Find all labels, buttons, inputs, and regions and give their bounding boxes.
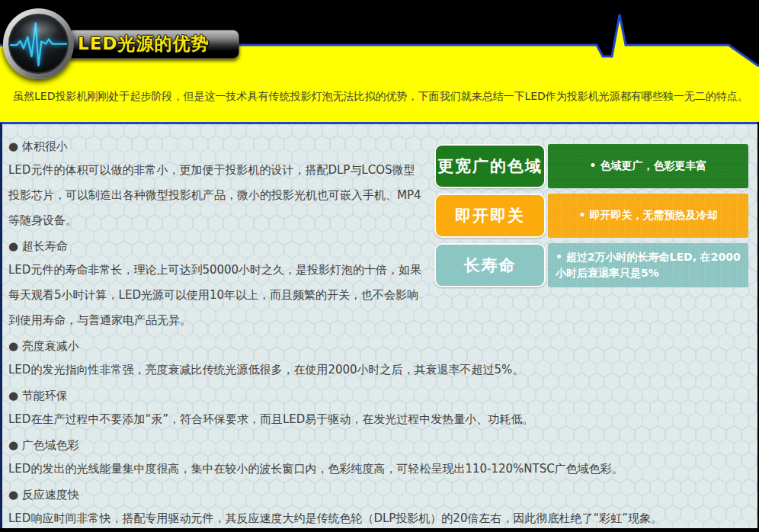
feature-body: LED响应时间非常快，搭配专用驱动元件，其反应速度大约是传统色轮（DLP投影机）… [8, 506, 748, 528]
feature-fast-response: ● 反应速度快 LED响应时间非常快，搭配专用驱动元件，其反应速度大约是传统色轮… [8, 483, 748, 528]
feature-body: LED的发出的光线能量集中度很高，集中在较小的波长窗口内，色彩纯度高，可轻松呈现… [8, 457, 748, 482]
callout-detail: • 色域更广，色彩更丰富 [548, 144, 748, 188]
callout-label: 更宽广的色域 [434, 144, 546, 188]
feature-low-brightness-decay: ● 亮度衰减小 LED的发光指向性非常强，亮度衰减比传统光源低很多，在使用200… [8, 335, 748, 383]
feature-wide-color-gamut: ● 广色域色彩 LED的发出的光线能量集中度很高，集中在较小的波长窗口内，色彩纯… [8, 434, 748, 482]
feature-body: LED在生产过程中不要添加“汞”，符合环保要求，而且LED易于驱动，在发光过程中… [8, 407, 748, 432]
callout-label: 长寿命 [434, 243, 546, 287]
callout-instant-on-off: 即开即关 • 即开即关，无需预热及冷却 [434, 194, 748, 238]
header: 虽然LED投影机刚刚处于起步阶段，但是这一技术具有传统投影灯泡无法比拟的优势，下… [0, 0, 759, 122]
callout-label: 即开即关 [434, 194, 546, 238]
logo-glare [18, 19, 59, 41]
content-area: 更宽广的色域 • 色域更广，色彩更丰富 即开即关 • 即开即关，无需预热及冷却 … [0, 122, 757, 528]
callout-detail: • 超过2万小时的长寿命LED, 在2000小时后衰退率只是5% [548, 243, 748, 287]
callout-detail: • 即开即关，无需预热及冷却 [548, 194, 748, 238]
logo-badge [3, 8, 74, 79]
feature-heading: ● 亮度衰减小 [8, 335, 748, 357]
feature-callouts: 更宽广的色域 • 色域更广，色彩更丰富 即开即关 • 即开即关，无需预热及冷却 … [434, 144, 748, 293]
article-body: 更宽广的色域 • 色域更广，色彩更丰富 即开即关 • 即开即关，无需预热及冷却 … [2, 124, 757, 528]
page-title: LED光源的优势 [68, 30, 239, 56]
feature-heading: ● 广色域色彩 [8, 434, 748, 457]
feature-heading: ● 反应速度快 [8, 483, 748, 506]
title-bar: LED光源的优势 [67, 30, 239, 59]
callout-long-life: 长寿命 • 超过2万小时的长寿命LED, 在2000小时后衰退率只是5% [434, 243, 748, 287]
feature-heading: ● 节能环保 [8, 384, 748, 407]
page: 虽然LED投影机刚刚处于起步阶段，但是这一技术具有传统投影灯泡无法比拟的优势，下… [0, 0, 759, 532]
pulse-waveform-icon [8, 14, 69, 74]
intro-text: 虽然LED投影机刚刚处于起步阶段，但是这一技术具有传统投影灯泡无法比拟的优势，下… [0, 82, 759, 104]
callout-color-gamut: 更宽广的色域 • 色域更广，色彩更丰富 [434, 144, 748, 188]
feature-eco-friendly: ● 节能环保 LED在生产过程中不要添加“汞”，符合环保要求，而且LED易于驱动… [8, 384, 748, 432]
intro-banner: 虽然LED投影机刚刚处于起步阶段，但是这一技术具有传统投影灯泡无法比拟的优势，下… [0, 82, 759, 119]
feature-body: LED的发光指向性非常强，亮度衰减比传统光源低很多，在使用2000小时之后，其衰… [8, 357, 748, 383]
